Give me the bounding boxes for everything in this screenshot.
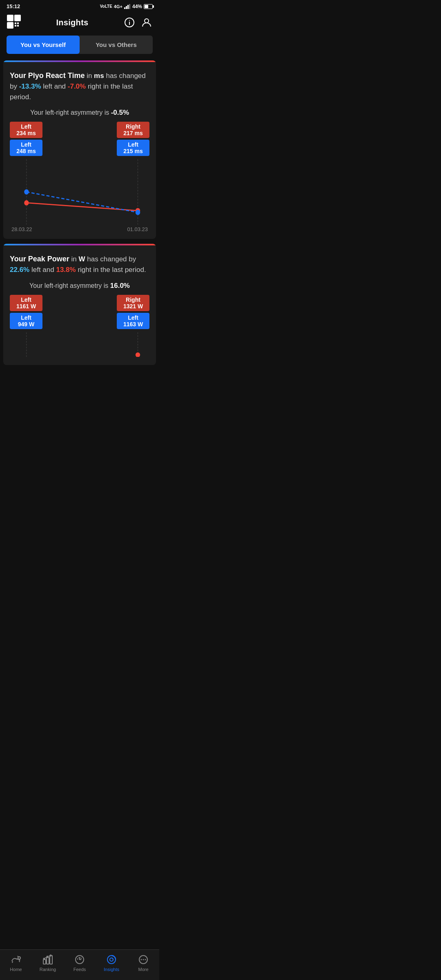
data-labels-peak: Left 1161 W Left 949 W Right 1321 W Left [10, 295, 149, 329]
card-change-line: by -13.3% left and -7.0% right in the la… [10, 82, 133, 101]
network-type: 4G+ [114, 4, 122, 9]
svg-rect-13 [17, 25, 19, 27]
asymmetry-line-2: Your left-right asymmetry is 16.0% [10, 282, 149, 290]
plb-title: Left [14, 314, 38, 321]
asymmetry-label-2: Your left-right asymmetry is [29, 282, 108, 289]
qr-icon [7, 14, 21, 29]
carrier-text: VoLTE [100, 4, 112, 9]
right-blue-value: 215 ms [121, 148, 145, 154]
peak-left-red: Left 1161 W [10, 295, 42, 311]
info-button[interactable] [123, 16, 136, 29]
svg-point-24 [24, 189, 29, 195]
prr-title: Right [121, 296, 145, 303]
header: Insights [0, 11, 159, 36]
card-title-peak: Your Peak Power in W has changed by 22.6… [10, 254, 149, 275]
svg-rect-3 [129, 4, 130, 9]
svg-line-23 [27, 192, 138, 212]
main-content: You vs Yourself You vs Others Your Plyo … [0, 36, 159, 403]
prb-title: Left [121, 314, 145, 321]
svg-point-17 [145, 19, 149, 23]
prb-value: 1163 W [121, 321, 145, 327]
data-labels-plyo: Left 234 ms Left 248 ms Right 217 ms Lef… [10, 122, 149, 156]
svg-rect-7 [16, 16, 19, 20]
right-labels: Right 217 ms Left 215 ms [117, 122, 149, 156]
left-red-label: Left 234 ms [10, 122, 42, 138]
asymmetry-label: Your left-right asymmetry is [30, 109, 109, 116]
left-red-value: 234 ms [14, 130, 38, 136]
svg-rect-10 [15, 22, 16, 24]
card-title-plyo: Your Plyo React Time in ms has changed b… [10, 70, 149, 102]
svg-rect-2 [127, 5, 129, 9]
card-title-bold: Your Plyo React Time [10, 71, 85, 80]
left-blue-value: 248 ms [14, 148, 38, 154]
peak-mid-text: left and [31, 266, 56, 274]
date-end: 01.03.23 [127, 226, 148, 232]
signal-icon [124, 4, 131, 9]
right-red-title: Right [121, 123, 145, 130]
tab-you-vs-yourself[interactable]: You vs Yourself [7, 36, 80, 54]
plb-value: 949 W [14, 321, 38, 327]
svg-point-21 [24, 200, 29, 205]
left-blue-title: Left [14, 141, 38, 148]
svg-rect-9 [9, 24, 12, 27]
peak-title-bold: Your Peak Power [10, 255, 69, 263]
left-blue-label: Left 248 ms [10, 140, 42, 156]
svg-point-25 [136, 210, 140, 215]
peak-title-mid: has changed by [87, 255, 136, 263]
card-body-2: Your Peak Power in W has changed by 22.6… [3, 245, 156, 365]
page-title: Insights [56, 18, 88, 27]
peak-right-blue: Left 1163 W [117, 313, 149, 329]
prr-value: 1321 W [121, 303, 145, 310]
svg-point-28 [136, 352, 140, 357]
svg-rect-11 [17, 22, 19, 24]
left-red-title: Left [14, 123, 38, 130]
card-unit-label: in ms [87, 72, 104, 80]
status-bar: 15:12 VoLTE 4G+ 44% [0, 0, 159, 11]
right-red-label: Right 217 ms [117, 122, 149, 138]
asymmetry-value-2: 16.0% [110, 282, 130, 290]
tab-you-vs-others[interactable]: You vs Others [80, 36, 153, 54]
left-labels: Left 234 ms Left 248 ms [10, 122, 42, 156]
peak-unit-label: in W [71, 255, 85, 263]
battery-icon [144, 4, 153, 9]
date-start: 28.03.22 [11, 226, 32, 232]
card-body: Your Plyo React Time in ms has changed b… [3, 62, 156, 239]
asymmetry-line: Your left-right asymmetry is -0.5% [10, 109, 149, 117]
chart-dates: 28.03.22 01.03.23 [10, 226, 149, 232]
peak-power-card: Your Peak Power in W has changed by 22.6… [3, 244, 156, 365]
plr-value: 1161 W [14, 303, 38, 310]
asymmetry-value: -0.5% [111, 109, 129, 116]
svg-rect-1 [126, 6, 127, 9]
right-blue-label: Left 215 ms [117, 140, 149, 156]
status-time: 15:12 [7, 3, 20, 9]
qr-button[interactable] [7, 14, 21, 31]
right-blue-title: Left [121, 141, 145, 148]
peak-left-blue: Left 949 W [10, 313, 42, 329]
peak-left-labels: Left 1161 W Left 949 W [10, 295, 42, 329]
plyo-react-card: Your Plyo React Time in ms has changed b… [3, 60, 156, 239]
plyo-chart [10, 159, 149, 225]
profile-button[interactable] [140, 16, 153, 29]
right-red-value: 217 ms [121, 130, 145, 136]
tab-switcher: You vs Yourself You vs Others [7, 36, 153, 54]
peak-right-labels: Right 1321 W Left 1163 W [117, 295, 149, 329]
right-change-value: -7.0% [68, 82, 86, 90]
left-change-value: -13.3% [19, 82, 41, 90]
header-actions [123, 16, 153, 29]
plyo-chart-svg [10, 159, 149, 225]
svg-rect-12 [15, 25, 16, 27]
peak-chart-svg [10, 332, 149, 357]
svg-rect-5 [9, 16, 12, 20]
svg-point-16 [129, 20, 130, 21]
peak-right-change: 13.8% [56, 266, 76, 274]
status-right: VoLTE 4G+ 44% [100, 4, 153, 9]
peak-chart [10, 332, 149, 357]
battery-percent: 44% [132, 4, 142, 9]
svg-rect-0 [124, 7, 125, 9]
plr-title: Left [14, 296, 38, 303]
card-title-suffix: has changed [106, 72, 145, 80]
peak-left-change: 22.6% [10, 266, 29, 274]
peak-right-red: Right 1321 W [117, 295, 149, 311]
peak-period: right in the last period. [78, 266, 146, 274]
